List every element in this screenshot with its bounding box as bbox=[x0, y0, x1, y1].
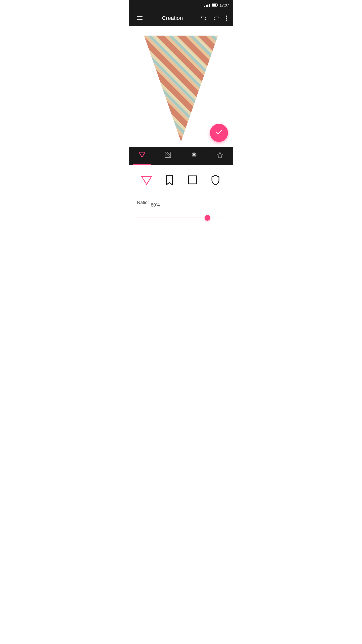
svg-rect-25 bbox=[189, 176, 197, 184]
shape-bookmark-btn[interactable] bbox=[161, 171, 178, 189]
redo-icon bbox=[213, 15, 219, 21]
nav-actions bbox=[198, 13, 229, 23]
more-options-icon bbox=[225, 15, 227, 21]
svg-line-15 bbox=[165, 154, 169, 157]
canvas-area[interactable] bbox=[129, 26, 233, 147]
svg-point-0 bbox=[226, 16, 227, 17]
shape-panel bbox=[129, 165, 233, 193]
battery-icon bbox=[212, 4, 217, 7]
shape-triangle-btn[interactable] bbox=[138, 171, 155, 189]
more-options-button[interactable] bbox=[223, 13, 229, 23]
shape-rectangle-btn[interactable] bbox=[184, 171, 201, 189]
ratio-section: Ratio: 80% bbox=[129, 193, 233, 225]
svg-marker-12 bbox=[139, 152, 145, 157]
tab-shape[interactable] bbox=[129, 147, 155, 165]
rectangle-shape-icon bbox=[187, 174, 199, 186]
tab-pattern[interactable] bbox=[155, 147, 181, 165]
undo-button[interactable] bbox=[198, 13, 209, 23]
svg-marker-10 bbox=[144, 36, 218, 142]
tab-palette[interactable] bbox=[181, 147, 207, 165]
svg-point-22 bbox=[193, 154, 195, 155]
shape-shield-btn[interactable] bbox=[207, 171, 224, 189]
hamburger-icon bbox=[135, 14, 145, 22]
tab-bar bbox=[129, 147, 233, 165]
svg-line-16 bbox=[167, 152, 171, 156]
status-bar: 17:07 bbox=[129, 0, 233, 10]
svg-point-2 bbox=[226, 20, 227, 21]
status-time: 17:07 bbox=[219, 3, 229, 7]
svg-point-1 bbox=[226, 18, 227, 19]
tab-favorites[interactable] bbox=[207, 147, 233, 165]
redo-button[interactable] bbox=[211, 13, 221, 23]
bookmark-shape-icon bbox=[163, 174, 175, 186]
nav-bar: Creation bbox=[129, 10, 233, 26]
page-title: Creation bbox=[151, 15, 194, 21]
confirm-fab[interactable] bbox=[210, 124, 228, 142]
shape-row bbox=[129, 171, 233, 189]
signal-indicator bbox=[204, 3, 210, 7]
ratio-slider-container[interactable] bbox=[137, 215, 225, 220]
triangle-shape-icon bbox=[141, 174, 153, 186]
menu-button[interactable] bbox=[133, 12, 147, 24]
ratio-label: Ratio: bbox=[137, 200, 149, 205]
undo-icon bbox=[200, 15, 207, 21]
ratio-value: 80% bbox=[151, 203, 160, 208]
check-icon bbox=[215, 128, 223, 138]
svg-marker-24 bbox=[142, 176, 152, 184]
shield-shape-icon bbox=[209, 174, 221, 186]
favorites-tab-icon bbox=[216, 151, 223, 160]
palette-tab-icon bbox=[191, 151, 198, 160]
pattern-tab-icon bbox=[164, 151, 171, 160]
svg-marker-23 bbox=[217, 152, 223, 158]
shape-tab-icon bbox=[139, 151, 146, 160]
